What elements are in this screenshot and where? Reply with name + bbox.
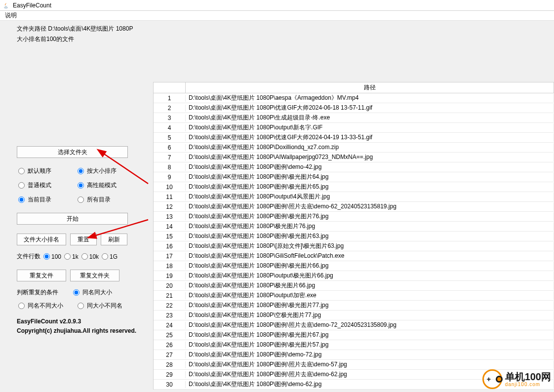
radio-same-name-diff-size[interactable]: 同名不同大小 [18,302,78,310]
row-path: D:\tools\桌面\4K壁纸图片 1080P\[原始文件]\极光图片63.j… [186,242,554,250]
table-row[interactable]: 12D:\tools\桌面\4K壁纸图片 1080P\图例\照片去底\demo-… [154,202,554,212]
radio-by-size[interactable]: 按大小排序 [78,167,137,175]
radio-rows-10k[interactable]: 10k [81,253,99,260]
table-row[interactable]: 4D:\tools\桌面\4K壁纸图片 1080P\output\新名字.GIF [154,123,554,133]
row-path: D:\tools\桌面\4K壁纸图片 1080P\output\极光图片66.j… [186,272,554,280]
table-row[interactable]: 1D:\tools\桌面\4K壁纸图片 1080P\aespa《Armagedd… [154,93,554,103]
start-button[interactable]: 开始 [17,213,128,225]
radio-rows-1g[interactable]: 1G [102,253,118,260]
table-row[interactable]: 28D:\tools\桌面\4K壁纸图片 1080P\图例\照片去底\demo-… [154,360,554,370]
table-row[interactable]: 20D:\tools\桌面\4K壁纸图片 1080P\极光图片66.jpg [154,281,554,291]
row-path: D:\tools\桌面\4K壁纸图片 1080P\空极光图片77.jpg [186,311,554,319]
radio-high-perf[interactable]: 高性能模式 [78,181,137,190]
table-row[interactable]: 9D:\tools\桌面\4K壁纸图片 1080P\图例\极光图片64.jpg [154,172,554,182]
row-index: 24 [154,322,186,329]
table-row[interactable]: 2D:\tools\桌面\4K壁纸图片 1080P\优速GIF大师2024-06… [154,103,554,113]
table-row[interactable]: 7D:\tools\桌面\4K壁纸图片 1080P\AIWallpaperjpg… [154,153,554,162]
row-count-group: 文件行数 100 1k 10k 1G [17,252,153,261]
row-index: 18 [154,263,186,270]
row-path: D:\tools\桌面\4K壁纸图片 1080P\图例\极光图片57.jpg [186,341,554,349]
folder-path-line: 文件夹路径 D:\tools\桌面\4K壁纸图片 1080P [17,25,153,33]
row-index: 3 [154,115,186,121]
row-path: D:\tools\桌面\4K壁纸图片 1080P\aespa《Armageddo… [186,94,554,102]
row-index: 25 [154,332,186,339]
table-row[interactable]: 14D:\tools\桌面\4K壁纸图片 1080P\极光图片76.jpg [154,222,554,232]
table-row[interactable]: 18D:\tools\桌面\4K壁纸图片 1080P\图例\极光图片66.jpg [154,261,554,271]
row-path: D:\tools\桌面\4K壁纸图片 1080P\图例\极光图片67.jpg [186,331,554,339]
row-index: 14 [154,223,186,230]
radio-normal-mode[interactable]: 普通模式 [18,181,78,190]
table-row[interactable]: 27D:\tools\桌面\4K壁纸图片 1080P\图例\demo-72.jp… [154,350,554,360]
row-path: D:\tools\桌面\4K壁纸图片 1080P\GiliSoftFileLoc… [186,252,554,260]
row-path: D:\tools\桌面\4K壁纸图片 1080P\优速GIF大师2024-04-… [186,133,554,142]
radio-current-dir[interactable]: 当前目录 [18,196,78,204]
row-index: 8 [154,164,186,171]
row-path: D:\tools\桌面\4K壁纸图片 1080P\生成超级目录-终.exe [186,114,554,122]
table-row[interactable]: 5D:\tools\桌面\4K壁纸图片 1080P\优速GIF大师2024-04… [154,133,554,143]
titlebar: EasyFileCount [0,0,554,11]
table-row[interactable]: 6D:\tools\桌面\4K壁纸图片 1080P\Doxilliondq_xz… [154,143,554,153]
reset-button[interactable]: 重置 [70,234,97,245]
radio-same-name-size[interactable]: 同名同大小 [73,288,112,297]
row-index: 13 [154,213,186,220]
row-path: D:\tools\桌面\4K壁纸图片 1080P\优速GIF大师2024-06-… [186,104,554,112]
row-path: D:\tools\桌面\4K壁纸图片 1080P\极光图片66.jpg [186,281,554,290]
row-path: D:\tools\桌面\4K壁纸图片 1080P\图例\极光图片64.jpg [186,173,554,181]
radio-rows-1k[interactable]: 1k [64,253,79,260]
menu-shuoming[interactable]: 说明 [2,10,20,21]
row-path: D:\tools\桌面\4K壁纸图片 1080P\极光图片76.jpg [186,222,554,231]
row-index: 23 [154,312,186,319]
col-header-path[interactable]: 路径 [186,82,554,93]
row-index: 7 [154,154,186,161]
table-row[interactable]: 10D:\tools\桌面\4K壁纸图片 1080P\图例\极光图片65.jpg [154,182,554,192]
table-row[interactable]: 17D:\tools\桌面\4K壁纸图片 1080P\GiliSoftFileL… [154,251,554,261]
table-row[interactable]: 21D:\tools\桌面\4K壁纸图片 1080P\output\加密.exe [154,291,554,301]
row-index: 12 [154,203,186,210]
dup-folder-button[interactable]: 重复文件夹 [70,270,119,281]
row-path: D:\tools\桌面\4K壁纸图片 1080P\output\加密.exe [186,291,554,300]
row-index: 21 [154,292,186,299]
table-row[interactable]: 24D:\tools\桌面\4K壁纸图片 1080P\图例\照片去底\demo-… [154,320,554,330]
file-size-rank-button[interactable]: 文件大小排名 [17,234,66,245]
choose-folder-button[interactable]: 选择文件夹 [17,146,128,158]
row-index: 29 [154,371,186,378]
table-row[interactable]: 19D:\tools\桌面\4K壁纸图片 1080P\output\极光图片66… [154,271,554,281]
row-index: 19 [154,273,186,279]
window-title: EasyFileCount [13,2,51,9]
refresh-button[interactable]: 刷新 [101,234,127,245]
row-path: D:\tools\桌面\4K壁纸图片 1080P\图例\极光图片63.jpg [186,232,554,240]
row-path: D:\tools\桌面\4K壁纸图片 1080P\AIWallpaperjpg0… [186,153,554,161]
dup-file-button[interactable]: 重复文件 [17,270,66,281]
row-index: 30 [154,381,186,388]
file-table: 路径 1D:\tools\桌面\4K壁纸图片 1080P\aespa《Armag… [153,82,554,390]
row-path: D:\tools\桌面\4K壁纸图片 1080P\Doxilliondq_xz7… [186,143,554,152]
col-header-index[interactable] [154,82,186,93]
watermark-logo-icon: + [482,369,502,389]
row-index: 6 [154,144,186,151]
row-index: 22 [154,302,186,309]
table-row[interactable]: 22D:\tools\桌面\4K壁纸图片 1080P\图例\极光图片77.jpg [154,301,554,311]
table-row[interactable]: 26D:\tools\桌面\4K壁纸图片 1080P\图例\极光图片57.jpg [154,340,554,350]
table-row[interactable]: 16D:\tools\桌面\4K壁纸图片 1080P\[原始文件]\极光图片63… [154,241,554,251]
radio-default-order[interactable]: 默认顺序 [18,167,78,175]
radio-all-dir[interactable]: 所有目录 [78,196,137,204]
table-row[interactable]: 3D:\tools\桌面\4K壁纸图片 1080P\生成超级目录-终.exe [154,113,554,123]
row-path: D:\tools\桌面\4K壁纸图片 1080P\图例\照片去底\demo-72… [186,321,554,329]
table-header: 路径 [154,82,554,93]
radio-rows-100[interactable]: 100 [43,253,61,260]
row-index: 9 [154,174,186,181]
table-row[interactable]: 8D:\tools\桌面\4K壁纸图片 1080P\图例\demo-42.jpg [154,162,554,172]
table-row[interactable]: 15D:\tools\桌面\4K壁纸图片 1080P\图例\极光图片63.jpg [154,232,554,241]
row-index: 2 [154,105,186,112]
row-path: D:\tools\桌面\4K壁纸图片 1080P\图例\demo-72.jpg [186,351,554,359]
row-path: D:\tools\桌面\4K壁纸图片 1080P\图例\极光图片66.jpg [186,262,554,270]
dup-cond-label: 判断重复的条件 [17,288,58,297]
table-row[interactable]: 11D:\tools\桌面\4K壁纸图片 1080P\output\4风景图片.… [154,192,554,202]
rank-info-line: 大小排名前100的文件 [17,35,153,43]
table-row[interactable]: 25D:\tools\桌面\4K壁纸图片 1080P\图例\极光图片67.jpg [154,330,554,340]
table-row[interactable]: 23D:\tools\桌面\4K壁纸图片 1080P\空极光图片77.jpg [154,311,554,320]
table-row[interactable]: 13D:\tools\桌面\4K壁纸图片 1080P\图例\极光图片76.jpg [154,212,554,222]
table-body: 1D:\tools\桌面\4K壁纸图片 1080P\aespa《Armagedd… [154,93,554,390]
radio-same-size-diff-name[interactable]: 同大小不同名 [78,302,137,310]
row-index: 16 [154,243,186,250]
